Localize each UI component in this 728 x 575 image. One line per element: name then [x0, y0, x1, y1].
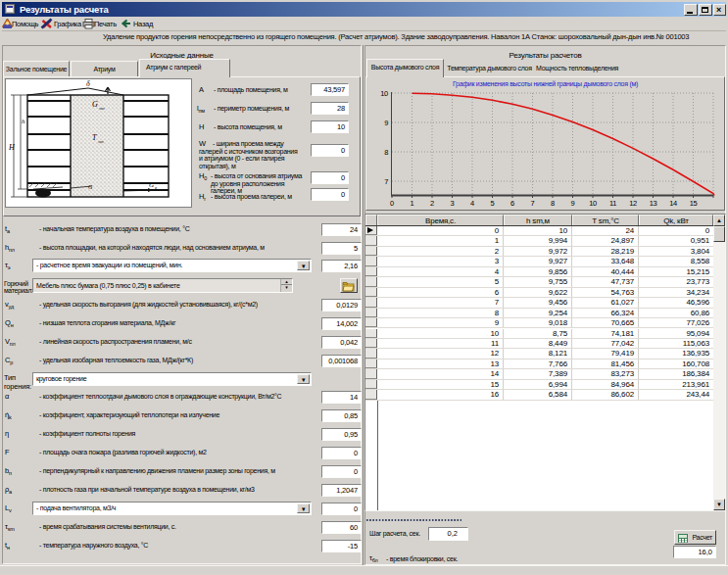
svg-text:G: G — [92, 100, 98, 109]
svg-text:sm: sm — [98, 139, 104, 144]
svg-text:в: в — [155, 185, 157, 190]
svg-text:G: G — [88, 184, 93, 190]
svg-text:T: T — [92, 133, 97, 142]
svg-text:h: h — [22, 118, 25, 125]
svg-text:sm: sm — [99, 106, 105, 111]
svg-text:H: H — [8, 143, 16, 152]
svg-text:δ: δ — [86, 79, 90, 88]
svg-text:G: G — [149, 181, 154, 189]
